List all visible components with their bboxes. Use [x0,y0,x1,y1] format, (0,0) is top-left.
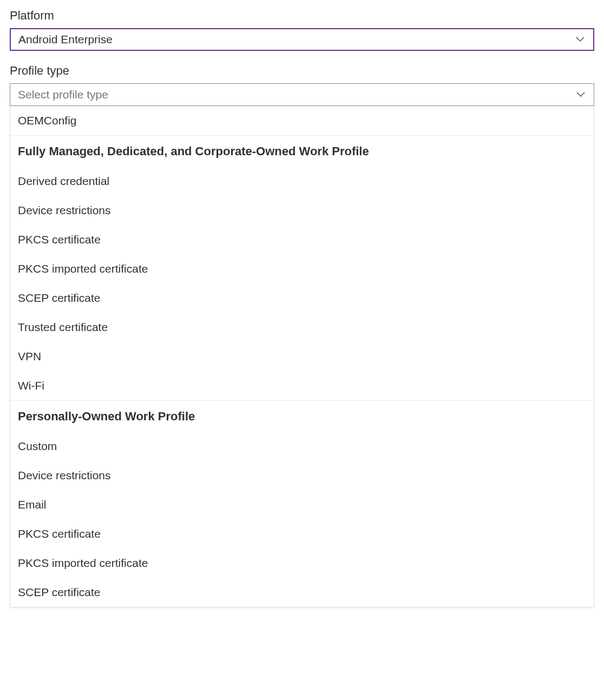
platform-label: Platform [10,9,594,23]
dropdown-group-header: Personally-Owned Work Profile [10,400,594,432]
dropdown-group-header: Fully Managed, Dedicated, and Corporate-… [10,136,594,167]
dropdown-option[interactable]: SCEP certificate [10,578,594,607]
dropdown-option[interactable]: Wi-Fi [10,371,594,400]
profile-type-field: Profile type Select profile type OEMConf… [10,64,594,607]
dropdown-option[interactable]: Device restrictions [10,461,594,490]
dropdown-option[interactable]: Device restrictions [10,196,594,225]
dropdown-option[interactable]: PKCS imported certificate [10,254,594,283]
profile-type-dropdown[interactable]: OEMConfigFully Managed, Dedicated, and C… [10,106,594,607]
profile-type-label: Profile type [10,64,594,78]
platform-select[interactable]: Android Enterprise [10,28,594,51]
dropdown-option[interactable]: Email [10,490,594,519]
dropdown-option[interactable]: Trusted certificate [10,313,594,342]
dropdown-option[interactable]: Custom [10,432,594,461]
platform-field: Platform Android Enterprise [10,9,594,51]
profile-type-select[interactable]: Select profile type [10,83,594,106]
dropdown-option[interactable]: OEMConfig [10,106,594,136]
dropdown-option[interactable]: SCEP certificate [10,283,594,313]
dropdown-option[interactable]: PKCS imported certificate [10,549,594,578]
chevron-down-icon [575,89,586,100]
chevron-down-icon [575,34,586,45]
dropdown-option[interactable]: PKCS certificate [10,225,594,254]
dropdown-option[interactable]: VPN [10,342,594,371]
dropdown-option[interactable]: PKCS certificate [10,519,594,549]
platform-select-value: Android Enterprise [18,33,575,46]
profile-type-placeholder: Select profile type [18,88,575,101]
dropdown-option[interactable]: Derived credential [10,167,594,196]
